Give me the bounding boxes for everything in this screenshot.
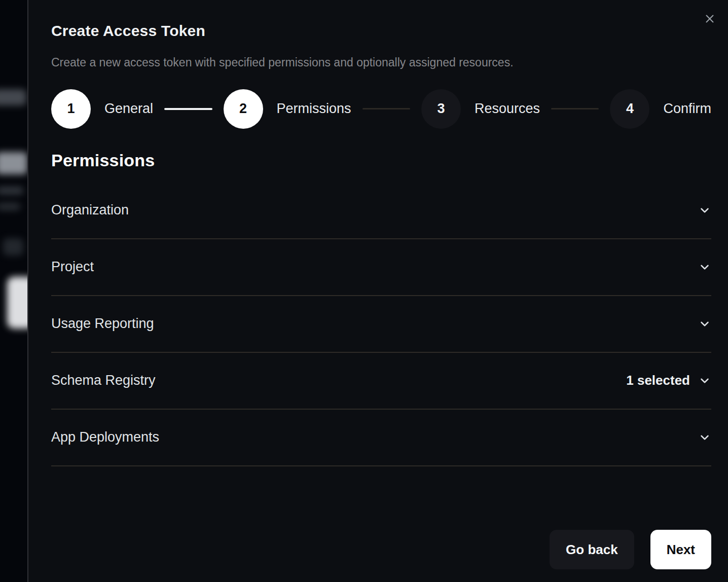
chevron-down-icon — [698, 317, 711, 331]
page-backdrop — [0, 0, 27, 582]
dialog-title: Create Access Token — [51, 22, 711, 39]
step-number-badge: 2 — [224, 89, 263, 129]
create-access-token-dialog: Create Access Token Create a new access … — [27, 0, 728, 582]
step-label: Confirm — [663, 101, 711, 117]
step-connector — [164, 108, 212, 110]
accordion-row-label: App Deployments — [51, 429, 159, 445]
accordion-row-project[interactable]: Project — [51, 239, 711, 296]
chevron-down-icon — [698, 204, 711, 217]
chevron-down-icon — [698, 374, 711, 387]
accordion-row-label: Schema Registry — [51, 373, 156, 388]
permissions-accordion: Organization Project Usage Reporting — [51, 183, 711, 466]
accordion-row-label: Organization — [51, 202, 129, 218]
accordion-row-app-deployments[interactable]: App Deployments — [51, 410, 711, 466]
step-resources[interactable]: 3 Resources — [421, 89, 540, 129]
go-back-button[interactable]: Go back — [550, 530, 634, 569]
close-icon[interactable] — [702, 11, 717, 26]
step-label: General — [104, 101, 153, 117]
step-number-badge: 1 — [51, 89, 91, 129]
dialog-subtitle: Create a new access token with specified… — [51, 56, 711, 70]
blurred-menu-item — [0, 89, 26, 105]
step-connector — [551, 108, 599, 110]
blurred-text-line — [0, 203, 20, 210]
step-permissions[interactable]: 2 Permissions — [224, 89, 351, 129]
step-label: Resources — [475, 101, 540, 117]
accordion-row-schema-registry[interactable]: Schema Registry 1 selected — [51, 353, 711, 410]
step-label: Permissions — [277, 101, 351, 117]
blurred-text-line — [0, 187, 23, 195]
accordion-row-label: Project — [51, 259, 94, 275]
wizard-stepper: 1 General 2 Permissions 3 Resources 4 Co… — [51, 89, 711, 129]
permissions-heading: Permissions — [51, 151, 711, 170]
chevron-down-icon — [698, 431, 711, 444]
next-button[interactable]: Next — [650, 530, 711, 569]
accordion-row-organization[interactable]: Organization — [51, 183, 711, 239]
step-number-badge: 3 — [421, 89, 461, 129]
accordion-row-usage-reporting[interactable]: Usage Reporting — [51, 296, 711, 353]
step-number-badge: 4 — [610, 89, 649, 129]
step-general[interactable]: 1 General — [51, 89, 153, 129]
dialog-footer: Go back Next — [550, 530, 711, 569]
step-connector — [362, 108, 410, 110]
step-confirm[interactable]: 4 Confirm — [610, 89, 711, 129]
selection-count-badge: 1 selected — [626, 373, 690, 388]
blurred-icon — [3, 238, 23, 256]
accordion-row-label: Usage Reporting — [51, 316, 154, 332]
chevron-down-icon — [698, 261, 711, 274]
blurred-card — [7, 277, 27, 329]
blurred-folder-icon — [0, 152, 27, 174]
